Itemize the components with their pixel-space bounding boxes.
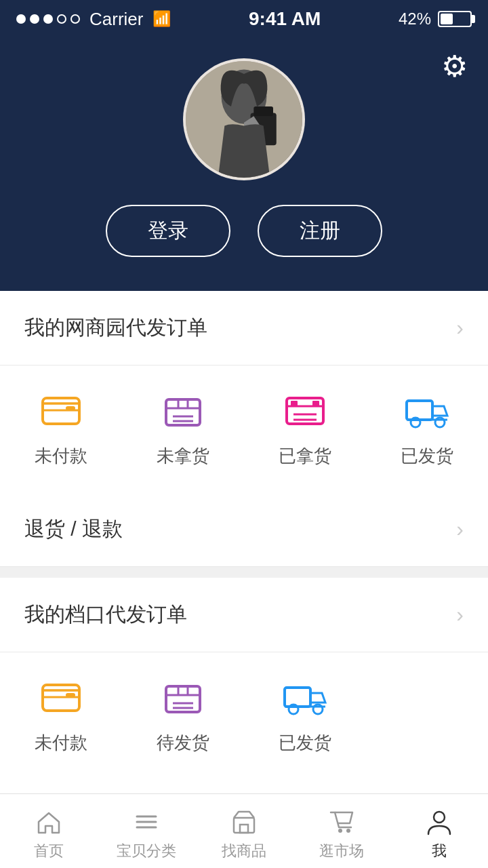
nav-category-label: 宝贝分类 bbox=[117, 841, 176, 861]
battery-fill bbox=[441, 14, 453, 24]
dangkou-icon-grid: 未付款 待发货 已发货 bbox=[0, 652, 488, 779]
box-icon-purple-2 bbox=[159, 673, 207, 720]
truck-icon-blue-2 bbox=[281, 673, 329, 720]
battery-percent: 42% bbox=[399, 9, 431, 28]
svg-rect-6 bbox=[66, 406, 75, 410]
wangshang-refund-row[interactable]: 退货 / 退款 › bbox=[0, 492, 488, 567]
dangkou-orders-row[interactable]: 我的档口代发订单 › bbox=[0, 578, 488, 652]
home-icon bbox=[35, 808, 62, 835]
wangshang-unpaid-label: 未付款 bbox=[35, 444, 87, 468]
wangshang-collected[interactable]: 已拿货 bbox=[244, 386, 366, 468]
nav-category[interactable]: 宝贝分类 bbox=[98, 802, 195, 861]
avatar-placeholder bbox=[186, 61, 302, 178]
taken-icon-pink bbox=[281, 386, 329, 433]
dangkou-shipped[interactable]: 已发货 bbox=[244, 673, 366, 755]
nav-find[interactable]: 找商品 bbox=[195, 802, 293, 861]
nav-profile-label: 我 bbox=[432, 841, 447, 861]
wifi-icon: 📶 bbox=[152, 10, 171, 28]
wangshang-refund-label: 退货 / 退款 bbox=[24, 515, 123, 543]
carrier-label: Carrier bbox=[89, 9, 143, 30]
avatar bbox=[183, 58, 305, 180]
register-button[interactable]: 注册 bbox=[258, 205, 382, 257]
svg-rect-27 bbox=[66, 693, 75, 697]
wangshang-title: 我的网商园代发订单 bbox=[24, 314, 207, 342]
wangshang-shipped[interactable]: 已发货 bbox=[366, 386, 488, 468]
signal-dot-1 bbox=[16, 14, 26, 24]
shop-icon bbox=[230, 808, 258, 835]
box-icon-purple bbox=[159, 386, 207, 433]
svg-rect-44 bbox=[240, 825, 248, 833]
cart-icon bbox=[328, 808, 355, 835]
settings-icon[interactable]: ⚙ bbox=[441, 49, 468, 83]
svg-rect-35 bbox=[285, 688, 310, 707]
wangshang-refund-chevron: › bbox=[456, 517, 464, 542]
auth-buttons: 登录 注册 bbox=[106, 205, 382, 257]
dangkou-pending-label: 待发货 bbox=[157, 731, 209, 755]
dangkou-unpaid-label: 未付款 bbox=[35, 731, 87, 755]
nav-market-label: 逛市场 bbox=[319, 841, 364, 861]
signal-dot-4 bbox=[57, 14, 66, 24]
person-icon bbox=[426, 808, 453, 835]
svg-rect-17 bbox=[312, 401, 319, 406]
dangkou-title: 我的档口代发订单 bbox=[24, 601, 187, 629]
status-right: 42% bbox=[399, 9, 472, 28]
nav-find-label: 找商品 bbox=[222, 841, 266, 861]
svg-point-45 bbox=[338, 829, 342, 833]
wangshang-uncollected-label: 未拿货 bbox=[157, 444, 209, 468]
svg-rect-16 bbox=[291, 401, 298, 406]
status-left: Carrier 📶 bbox=[16, 9, 171, 30]
wangshang-orders-row[interactable]: 我的网商园代发订单 › bbox=[0, 291, 488, 366]
nav-profile[interactable]: 我 bbox=[390, 802, 488, 861]
status-bar: Carrier 📶 9:41 AM 42% bbox=[0, 0, 488, 38]
signal-dot-3 bbox=[43, 14, 53, 24]
svg-point-46 bbox=[346, 829, 350, 833]
wallet-icon-orange-2 bbox=[37, 673, 85, 720]
nav-market[interactable]: 逛市场 bbox=[293, 802, 390, 861]
truck-icon-blue bbox=[403, 386, 451, 433]
signal-dot-5 bbox=[70, 14, 80, 24]
wangshang-chevron: › bbox=[456, 315, 464, 340]
wangshang-unpaid[interactable]: 未付款 bbox=[0, 386, 122, 468]
nav-home-label: 首页 bbox=[34, 841, 64, 861]
svg-point-47 bbox=[434, 812, 445, 823]
dangkou-shipped-label: 已发货 bbox=[279, 731, 331, 755]
wangshang-uncollected[interactable]: 未拿货 bbox=[122, 386, 244, 468]
bottom-navigation: 首页 宝贝分类 找商品 逛市场 我 bbox=[0, 793, 488, 868]
dangkou-chevron: › bbox=[456, 602, 464, 627]
profile-header: ⚙ 登录 注册 bbox=[0, 38, 488, 291]
svg-rect-3 bbox=[253, 106, 273, 116]
wangshang-icon-grid: 未付款 未拿货 已拿货 bbox=[0, 366, 488, 492]
list-icon bbox=[133, 808, 160, 835]
time-display: 9:41 AM bbox=[249, 8, 321, 30]
avatar-image bbox=[186, 61, 302, 178]
dangkou-pending[interactable]: 待发货 bbox=[122, 673, 244, 755]
nav-home[interactable]: 首页 bbox=[0, 802, 98, 861]
wangshang-section: 我的网商园代发订单 › 未付款 未拿货 bbox=[0, 291, 488, 567]
wallet-icon-orange bbox=[37, 386, 85, 433]
dangkou-unpaid[interactable]: 未付款 bbox=[0, 673, 122, 755]
wangshang-collected-label: 已拿货 bbox=[279, 444, 331, 468]
svg-rect-20 bbox=[407, 401, 432, 420]
signal-dot-2 bbox=[30, 14, 39, 24]
login-button[interactable]: 登录 bbox=[106, 205, 230, 257]
battery-icon bbox=[438, 11, 472, 27]
wangshang-shipped-label: 已发货 bbox=[401, 444, 453, 468]
